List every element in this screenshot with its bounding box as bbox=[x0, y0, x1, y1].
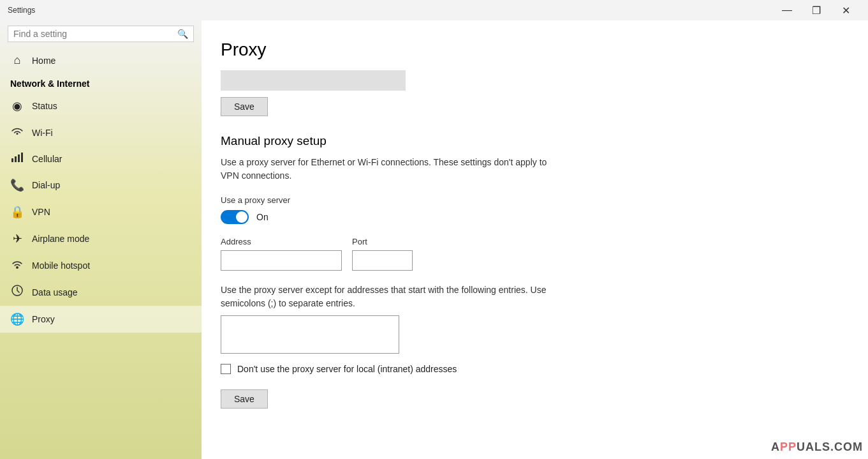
watermark: APPUALS.COM bbox=[771, 440, 863, 454]
datausage-icon bbox=[10, 285, 24, 299]
sidebar-item-wifi[interactable]: Wi-Fi bbox=[0, 119, 202, 146]
sidebar-item-label: Home bbox=[32, 56, 55, 66]
exceptions-description: Use the proxy server except for addresse… bbox=[221, 283, 578, 310]
search-input[interactable] bbox=[13, 29, 177, 39]
search-icon: 🔍 bbox=[177, 29, 188, 39]
local-address-checkbox-row: Don't use the proxy server for local (in… bbox=[221, 364, 842, 374]
sidebar-item-label: Airplane mode bbox=[32, 234, 89, 244]
port-input[interactable] bbox=[352, 250, 413, 271]
local-address-checkbox[interactable] bbox=[221, 364, 231, 374]
toggle-state-label: On bbox=[256, 212, 268, 222]
page-title: Proxy bbox=[221, 40, 842, 60]
svg-rect-1 bbox=[15, 156, 17, 162]
sidebar-item-label: Dial-up bbox=[32, 180, 60, 190]
title-bar: Settings — ❐ ✕ bbox=[0, 0, 868, 20]
top-address-input[interactable] bbox=[221, 70, 406, 91]
sidebar-item-label: Proxy bbox=[32, 314, 55, 324]
app-title: Settings bbox=[8, 6, 35, 15]
address-input[interactable] bbox=[221, 250, 342, 271]
sidebar-item-label: Cellular bbox=[32, 154, 62, 164]
restore-button[interactable]: ❐ bbox=[802, 0, 831, 20]
address-field-group: Address bbox=[221, 237, 342, 271]
sidebar-item-hotspot[interactable]: Mobile hotspot bbox=[0, 252, 202, 278]
port-label: Port bbox=[352, 237, 413, 246]
svg-rect-0 bbox=[11, 158, 13, 162]
toggle-row: On bbox=[221, 210, 842, 224]
minimize-button[interactable]: — bbox=[772, 0, 802, 20]
home-icon: ⌂ bbox=[10, 54, 24, 67]
port-field-group: Port bbox=[352, 237, 413, 271]
checkbox-label: Don't use the proxy server for local (in… bbox=[237, 364, 457, 374]
svg-rect-2 bbox=[18, 154, 20, 162]
dialup-icon: 📞 bbox=[10, 178, 24, 192]
use-proxy-label: Use a proxy server bbox=[221, 195, 842, 205]
sidebar-item-cellular[interactable]: Cellular bbox=[0, 146, 202, 172]
sidebar: 🔍 ⌂ Home Network & Internet ◉ Status Wi-… bbox=[0, 20, 202, 459]
sidebar-item-datausage[interactable]: Data usage bbox=[0, 278, 202, 306]
hotspot-icon bbox=[10, 259, 24, 272]
bottom-save-button[interactable]: Save bbox=[221, 389, 268, 409]
vpn-icon: 🔒 bbox=[10, 205, 24, 219]
sidebar-section-label: Network & Internet bbox=[0, 73, 202, 93]
section-title: Manual proxy setup bbox=[221, 134, 842, 148]
sidebar-item-status[interactable]: ◉ Status bbox=[0, 93, 202, 119]
search-bar[interactable]: 🔍 bbox=[8, 26, 194, 42]
exceptions-textarea[interactable] bbox=[221, 315, 399, 354]
sidebar-item-dialup[interactable]: 📞 Dial-up bbox=[0, 172, 202, 199]
sidebar-item-label: Data usage bbox=[32, 287, 78, 297]
sidebar-item-label: Status bbox=[32, 101, 57, 111]
sidebar-item-home[interactable]: ⌂ Home bbox=[0, 47, 202, 73]
proxy-toggle[interactable] bbox=[221, 210, 249, 224]
sidebar-item-airplane[interactable]: ✈ Airplane mode bbox=[0, 225, 202, 252]
app-body: 🔍 ⌂ Home Network & Internet ◉ Status Wi-… bbox=[0, 20, 868, 459]
top-save-button[interactable]: Save bbox=[221, 97, 268, 116]
address-port-row: Address Port bbox=[221, 237, 842, 271]
status-icon: ◉ bbox=[10, 99, 24, 113]
address-label: Address bbox=[221, 237, 342, 246]
section-description: Use a proxy server for Ethernet or Wi-Fi… bbox=[221, 156, 565, 183]
sidebar-item-label: VPN bbox=[32, 207, 50, 217]
close-button[interactable]: ✕ bbox=[831, 0, 860, 20]
airplane-icon: ✈ bbox=[10, 232, 24, 246]
cellular-icon bbox=[10, 152, 24, 165]
window-controls: — ❐ ✕ bbox=[772, 0, 860, 20]
sidebar-item-vpn[interactable]: 🔒 VPN bbox=[0, 199, 202, 225]
svg-point-4 bbox=[16, 266, 18, 269]
main-content: Proxy Save Manual proxy setup Use a prox… bbox=[202, 20, 868, 459]
sidebar-item-label: Wi-Fi bbox=[32, 128, 53, 138]
sidebar-item-label: Mobile hotspot bbox=[32, 260, 90, 271]
wifi-icon bbox=[10, 126, 24, 139]
sidebar-item-proxy[interactable]: 🌐 Proxy bbox=[0, 306, 202, 333]
proxy-icon: 🌐 bbox=[10, 312, 24, 326]
svg-rect-3 bbox=[21, 153, 23, 162]
